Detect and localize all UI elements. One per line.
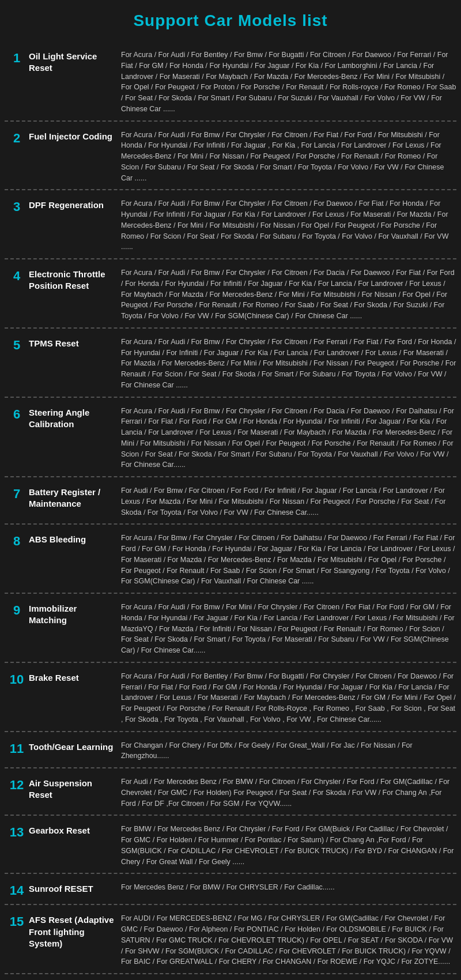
item-number: 14 [5, 882, 29, 898]
item-number: 8 [5, 533, 29, 549]
item-number: 6 [5, 406, 29, 422]
item-title: Tooth/Gear Learning [29, 740, 121, 753]
item-number: 10 [5, 671, 29, 687]
item-number: 13 [5, 824, 29, 840]
item-title: Steering Angle Calibration [29, 406, 121, 431]
item-desc: For Acura / For Audi / For Bmw / For Chr… [121, 406, 456, 471]
item-number: 9 [5, 602, 29, 618]
item-desc: For Mercedes Benz / For BMW / For CHRYSL… [121, 882, 456, 893]
item-number: 2 [5, 130, 29, 146]
item-desc: For Acura / For Audi / For Bentley / For… [121, 671, 456, 725]
item-title: Fuel Injector Coding [29, 130, 121, 142]
item-number: 1 [5, 50, 29, 66]
list-item: 9Immobilizer MatchingFor Acura / For Aud… [5, 594, 456, 663]
item-number: 3 [5, 198, 29, 214]
item-title: Immobilizer Matching [29, 602, 121, 627]
item-title: Sunroof RESET [29, 882, 121, 895]
item-title: Oil Light Service Reset [29, 50, 121, 74]
items-container: 1Oil Light Service ResetFor Acura / For … [0, 42, 461, 980]
list-item: 1Oil Light Service ResetFor Acura / For … [5, 42, 456, 122]
list-item: 3DPF RegenerationFor Acura / For Audi / … [5, 190, 456, 259]
item-desc: For Acura / For Audi / For Bmw / For Chr… [121, 198, 456, 252]
item-desc: For BMW / For Mercedes Benz / For Chrysl… [121, 824, 456, 867]
list-item: 13Gearbox ResetFor BMW / For Mercedes Be… [5, 816, 456, 874]
item-desc: For Acura / For Bmw / For Chrysler / For… [121, 533, 456, 587]
item-title: Air Suspension Reset [29, 777, 121, 801]
item-desc: For Changan / For Chery / For Dffx / For… [121, 740, 456, 762]
item-number: 4 [5, 267, 29, 284]
item-title: Electronic Throttle Position Reset [29, 267, 121, 292]
item-number: 11 [5, 740, 29, 756]
item-desc: For Acura / For Audi / For Bentley / For… [121, 50, 456, 115]
list-item: 2Fuel Injector CodingFor Acura / For Aud… [5, 122, 456, 191]
item-title: TPMS Reset [29, 337, 121, 349]
item-title: DPF Regeneration [29, 198, 121, 211]
list-item: 6Steering Angle CalibrationFor Acura / F… [5, 398, 456, 478]
item-desc: For Audi / For Mercedes Benz / For BMW /… [121, 777, 456, 809]
item-title: ABS Bleeding [29, 533, 121, 545]
list-item: 10Brake ResetFor Acura / For Audi / For … [5, 663, 456, 732]
item-title: AFS Reset (Adaptive Front lighting Syste… [29, 913, 121, 949]
list-item: 8ABS BleedingFor Acura / For Bmw / For C… [5, 525, 456, 594]
item-title: Battery Register / Maintenance [29, 485, 121, 510]
list-item: 7Battery Register / MaintenanceFor Audi … [5, 477, 456, 525]
item-desc: For Audi / For Bmw / For Citroen / For F… [121, 485, 456, 518]
item-number: 5 [5, 337, 29, 353]
item-desc: For Acura / For Audi / For Bmw / For Chr… [121, 130, 456, 184]
page-title: Support Car Models list [0, 0, 461, 42]
list-item: 15AFS Reset (Adaptive Front lighting Sys… [5, 905, 456, 974]
list-item: 11Tooth/Gear LearningFor Changan / For C… [5, 732, 456, 769]
list-item: 5TPMS ResetFor Acura / For Audi / For Bm… [5, 329, 456, 398]
item-number: 15 [5, 913, 29, 929]
item-number: 12 [5, 777, 29, 793]
item-title: Gearbox Reset [29, 824, 121, 836]
list-item: 4Electronic Throttle Position ResetFor A… [5, 259, 456, 329]
list-item: 14Sunroof RESETFor Mercedes Benz / For B… [5, 874, 456, 905]
item-number: 7 [5, 485, 29, 502]
item-desc: For Acura / For Audi / For Bmw / For Min… [121, 602, 456, 656]
item-title: Brake Reset [29, 671, 121, 684]
item-desc: For AUDI / For MERCEDES-BENZ / For MG / … [121, 913, 456, 967]
item-desc: For Acura / For Audi / For Bmw / For Chr… [121, 267, 456, 322]
item-desc: For Acura / For Audi / For Bmw / For Chr… [121, 337, 456, 391]
list-item: 12Air Suspension ResetFor Audi / For Mer… [5, 768, 456, 816]
list-item: 16EGR ResetFor MERCEDES-BENZ / For BMW /… [5, 974, 456, 980]
